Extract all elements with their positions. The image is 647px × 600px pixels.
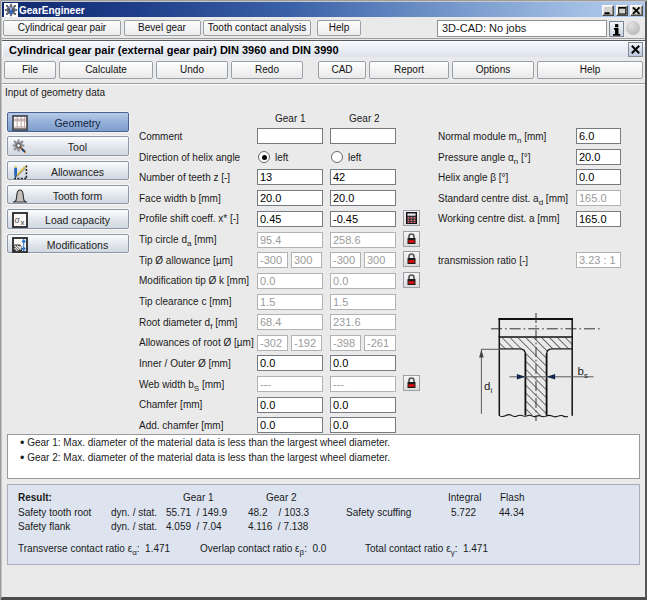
svg-text:x: x xyxy=(20,219,24,228)
svg-text:di: di xyxy=(484,380,492,395)
svg-text:bs: bs xyxy=(578,365,588,380)
